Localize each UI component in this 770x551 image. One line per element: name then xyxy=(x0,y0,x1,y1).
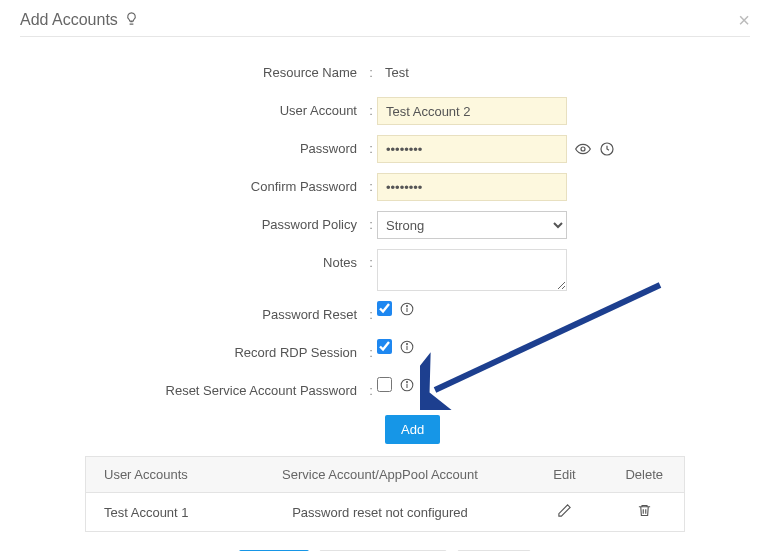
textarea-notes[interactable] xyxy=(377,249,567,291)
row-resource-name: Resource Name : Test xyxy=(105,59,665,87)
row-password-reset: Password Reset : xyxy=(105,301,665,329)
th-user-accounts: User Accounts xyxy=(86,457,236,493)
label-record-rdp: Record RDP Session xyxy=(105,339,365,367)
row-confirm-password: Confirm Password : xyxy=(105,173,665,201)
svg-point-0 xyxy=(581,147,585,151)
svg-point-4 xyxy=(407,305,408,306)
table-row: Test Account 1 Password reset not config… xyxy=(86,493,685,532)
form: Resource Name : Test User Account : Pass… xyxy=(105,59,665,444)
add-button[interactable]: Add xyxy=(385,415,440,444)
add-button-row: Add xyxy=(105,415,665,444)
add-accounts-dialog: Add Accounts × Resource Name : Test User… xyxy=(0,0,770,551)
cell-account: Test Account 1 xyxy=(86,493,236,532)
row-record-rdp: Record RDP Session : xyxy=(105,339,665,367)
row-reset-svc: Reset Service Account Password : xyxy=(105,377,665,405)
label-user-account: User Account xyxy=(105,97,365,125)
generate-password-icon[interactable] xyxy=(599,141,615,157)
label-confirm-password: Confirm Password xyxy=(105,173,365,201)
dialog-header: Add Accounts × xyxy=(20,10,750,37)
info-icon[interactable] xyxy=(400,378,414,392)
input-user-account[interactable] xyxy=(377,97,567,125)
value-resource-name: Test xyxy=(377,59,409,87)
row-password: Password : xyxy=(105,135,665,163)
select-password-policy[interactable]: Strong xyxy=(377,211,567,239)
checkbox-password-reset[interactable] xyxy=(377,301,392,316)
svg-point-7 xyxy=(407,343,408,344)
row-password-policy: Password Policy : Strong xyxy=(105,211,665,239)
label-notes: Notes xyxy=(105,249,365,277)
label-password-policy: Password Policy xyxy=(105,211,365,239)
input-password[interactable] xyxy=(377,135,567,163)
th-delete: Delete xyxy=(605,457,685,493)
cell-status: Password reset not configured xyxy=(236,493,525,532)
label-password-reset: Password Reset xyxy=(105,301,365,329)
dialog-title: Add Accounts xyxy=(20,11,118,29)
th-svc-account: Service Account/AppPool Account xyxy=(236,457,525,493)
label-reset-svc: Reset Service Account Password xyxy=(105,377,365,405)
checkbox-record-rdp[interactable] xyxy=(377,339,392,354)
checkbox-reset-svc[interactable] xyxy=(377,377,392,392)
row-notes: Notes : xyxy=(105,249,665,291)
title-wrap: Add Accounts xyxy=(20,11,139,29)
eye-icon[interactable] xyxy=(575,141,591,157)
delete-icon[interactable] xyxy=(637,503,652,518)
th-edit: Edit xyxy=(525,457,605,493)
row-user-account: User Account : xyxy=(105,97,665,125)
label-resource-name: Resource Name xyxy=(105,59,365,87)
info-icon[interactable] xyxy=(400,340,414,354)
info-icon[interactable] xyxy=(400,302,414,316)
edit-icon[interactable] xyxy=(557,503,572,518)
svg-point-10 xyxy=(407,381,408,382)
label-password: Password xyxy=(105,135,365,163)
accounts-table: User Accounts Service Account/AppPool Ac… xyxy=(85,456,685,532)
tip-icon[interactable] xyxy=(124,11,139,29)
input-confirm-password[interactable] xyxy=(377,173,567,201)
close-icon[interactable]: × xyxy=(738,10,750,30)
